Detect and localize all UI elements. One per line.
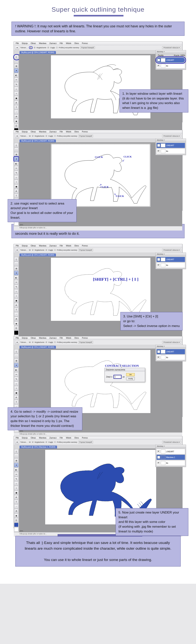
menu-file[interactable]: Plik	[15, 244, 20, 247]
opt-contiguous[interactable]: Ciągły	[50, 47, 55, 48]
tolerance-value[interactable]: 32	[29, 441, 31, 443]
tool-brush[interactable]: ✎	[14, 377, 18, 381]
tool-type[interactable]: T	[14, 500, 18, 504]
tool-eraser[interactable]: ✧	[14, 486, 18, 490]
tool-marquee[interactable]: ⬚	[14, 262, 18, 266]
tool-lasso[interactable]: ⊞	[14, 64, 18, 68]
menu-help[interactable]: Pomoc	[81, 42, 88, 44]
layer-background[interactable]: 👁tło	[156, 262, 185, 268]
eye-icon[interactable]: 👁	[157, 150, 160, 152]
menu-image[interactable]: Obraz	[30, 130, 36, 133]
refine-edge-button[interactable]: Popraw krawędź	[78, 341, 93, 344]
tool-fill[interactable]: ◼	[14, 490, 18, 495]
opt-contiguous[interactable]: Ciągły	[48, 135, 53, 137]
opt-sample-all[interactable]: Próbkuj wszystkie warstwy	[57, 135, 77, 137]
menu-help[interactable]: Pomoc	[81, 436, 88, 439]
tolerance-value[interactable]: 32	[29, 249, 31, 251]
tool-slice[interactable]: ✂	[14, 166, 18, 170]
color-bg[interactable]	[14, 527, 18, 532]
menu-file[interactable]: Plik	[15, 436, 20, 439]
menu-view[interactable]: Widok	[65, 244, 72, 247]
eye-icon[interactable]: 👁	[157, 462, 160, 464]
menu-file[interactable]: Plik	[15, 42, 20, 44]
tool-clone[interactable]: ⌂	[14, 87, 18, 91]
opt-sample-all[interactable]: Próbkuj wszystkie warstwy	[57, 341, 77, 343]
tolerance-value[interactable]: 32	[29, 46, 33, 49]
tool-move[interactable]: ▯	[14, 55, 18, 59]
tool-fill[interactable]: ◼	[14, 96, 18, 100]
tool-eraser[interactable]: ✧	[14, 294, 18, 298]
workspace-dropdown[interactable]: Przestrzeń robocza ▾	[162, 249, 181, 252]
tool-magic-wand[interactable]: ✦	[14, 463, 18, 467]
document-tab[interactable]: SkyBoy.psd @ 25% (LINEART, RGB/8)	[20, 254, 56, 256]
contract-value-input[interactable]	[114, 375, 121, 378]
menu-filter[interactable]: Filtr	[59, 337, 64, 339]
tool-marquee[interactable]: ⬚	[14, 148, 18, 152]
tool-pen[interactable]: ⟋	[14, 110, 18, 114]
layer-lineart[interactable]: 👁LINEART	[156, 143, 185, 148]
tool-blur[interactable]: A	[14, 395, 18, 400]
tool-type[interactable]: T	[14, 194, 18, 198]
eye-icon[interactable]: 👁	[157, 356, 160, 359]
menu-view[interactable]: Widok	[65, 42, 72, 44]
tool-crop[interactable]: ◐	[14, 368, 18, 372]
tool-blur[interactable]: A	[14, 495, 18, 499]
tool-crop[interactable]: ◐	[14, 162, 18, 166]
menu-edit[interactable]: Edycja	[21, 337, 28, 339]
menu-layer[interactable]: Warstwa	[38, 244, 47, 247]
color-fg[interactable]	[14, 523, 18, 527]
tool-move[interactable]: ▯	[14, 349, 18, 354]
menu-edit[interactable]: Edycja	[21, 244, 28, 247]
menubar[interactable]: Plik Edycja Obraz Warstwa Zaznacz Filtr …	[14, 42, 182, 45]
opacity-value[interactable]: 100%	[180, 54, 185, 56]
tool-slice[interactable]: ✂	[14, 78, 18, 82]
tool-move[interactable]: ▯	[14, 143, 18, 147]
tool-rect[interactable]: ◔	[14, 114, 18, 118]
tool-move[interactable]: ▯	[14, 449, 18, 454]
refine-edge-button[interactable]: Popraw krawędź	[78, 249, 93, 252]
menu-select[interactable]: Zaznacz	[48, 244, 58, 247]
refine-edge-button[interactable]: Popraw krawędź	[80, 46, 95, 49]
tool-rect[interactable]: ◔	[14, 317, 18, 321]
tool-hand[interactable]: ☰	[14, 326, 18, 330]
menu-view[interactable]: Widok	[65, 436, 72, 439]
document-tab[interactable]: SkyBoy.psd @ 25% (LINEART, RGB/8)	[20, 51, 56, 54]
tool-clone[interactable]: ⌂	[14, 382, 18, 386]
tool-type[interactable]: T	[14, 105, 18, 110]
tool-marquee[interactable]: ⬚	[14, 454, 18, 458]
tool-shape[interactable]: ◆	[14, 119, 18, 123]
tool-lasso[interactable]: ⊞	[14, 458, 18, 462]
tool-shape[interactable]: ◆	[14, 514, 18, 518]
eye-icon[interactable]: 👁	[157, 450, 160, 453]
ok-button[interactable]: OK	[126, 373, 135, 376]
layers-panel-title[interactable]: Warstwy ×	[156, 139, 186, 142]
eye-icon[interactable]: 👁	[157, 456, 160, 458]
workspace-dropdown[interactable]: Przestrzeń robocza ▾	[162, 441, 181, 444]
tool-brush[interactable]: ✎	[14, 171, 18, 175]
document-tab[interactable]: SkyBoy.psd @ 25% (LINEART, RGB/8)	[20, 346, 56, 348]
tool-brush[interactable]: ✎	[14, 82, 18, 86]
layer-lineart[interactable]: 👁LINEART	[156, 449, 185, 454]
tool-lasso[interactable]: ⊞	[14, 358, 18, 363]
menu-filter[interactable]: Filtr	[59, 244, 64, 247]
menu-layer[interactable]: Warstwa	[38, 436, 47, 439]
tool-fill[interactable]: ◼	[14, 391, 18, 395]
layers-panel-title[interactable]: Warstwy ×	[156, 50, 186, 53]
tool-blur[interactable]: A	[14, 303, 18, 307]
tool-crop[interactable]: ◐	[14, 73, 18, 77]
layer-lineart[interactable]: 👁LINEART	[156, 349, 185, 354]
tool-magic-wand[interactable]: ✦	[14, 271, 18, 275]
tool-magic-wand[interactable]: ✦	[14, 363, 18, 367]
menu-select[interactable]: Zaznacz	[48, 130, 58, 133]
opt-sample-all[interactable]: Próbkuj wszystkie warstwy	[57, 441, 77, 443]
eye-icon[interactable]: 👁	[157, 258, 160, 261]
document-tab[interactable]: SkyBoy.psd @ 25% (Warstwa 1, RGB/8)	[20, 446, 57, 448]
menu-window[interactable]: Okno	[74, 436, 80, 439]
menu-image[interactable]: Obraz	[30, 337, 36, 339]
tool-type[interactable]: T	[14, 400, 18, 404]
eye-icon[interactable]: 👁	[157, 64, 160, 67]
opt-antialias[interactable]: Wygładzanie	[35, 341, 44, 343]
layer-new[interactable]: 👁Warstwa 1	[156, 454, 185, 460]
tool-magic-wand[interactable]: ✦	[14, 157, 18, 161]
menu-select[interactable]: Zaznacz	[48, 42, 58, 44]
